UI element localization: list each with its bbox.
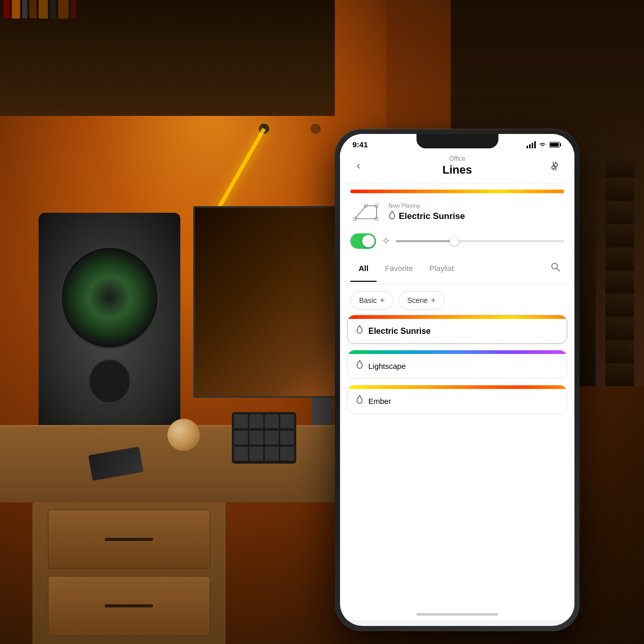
book (12, 0, 20, 19)
signal-bar-3 (532, 143, 533, 148)
controls-row (340, 229, 574, 253)
now-playing-name: Electric Sunrise (388, 211, 564, 222)
back-button[interactable]: ‹ (350, 158, 367, 174)
scene-color-bar-electric-sunrise (348, 315, 567, 319)
svg-line-11 (213, 129, 264, 219)
basic-label: Basic (359, 296, 377, 304)
scene-card-electric-sunrise[interactable]: Electric Sunrise (347, 315, 567, 344)
header-title: Lines (443, 163, 472, 177)
sun-small-icon (382, 237, 389, 244)
brightness-fill (396, 240, 454, 242)
scene-button[interactable]: Scene + (399, 291, 445, 310)
now-playing-scene-name: Electric Sunrise (399, 211, 465, 222)
tab-all[interactable]: All (350, 260, 377, 277)
phone-notch (416, 134, 498, 148)
app-content: ‹ Office Lines (340, 151, 574, 620)
droplet-icon-lightscape (356, 360, 363, 372)
scene-category-row: Basic + Scene + (340, 284, 574, 315)
brightness-thumb (450, 236, 459, 246)
phone-screen: 9:41 (340, 134, 574, 626)
book (22, 0, 27, 19)
home-indicator (340, 608, 574, 620)
device-btn (280, 431, 294, 445)
speaker-tweeter (88, 359, 131, 404)
shelf-books (4, 3, 171, 19)
signal-icon (527, 141, 536, 148)
device-btn (265, 431, 279, 445)
scene-card-content-lightscape: Lightscape (348, 354, 567, 378)
brightness-low-icon (382, 237, 389, 246)
svg-line-25 (355, 206, 366, 219)
scene-list: Electric Sunrise Lightscape (340, 315, 574, 608)
book (58, 0, 69, 19)
power-toggle[interactable] (350, 233, 376, 249)
device-btn (249, 414, 263, 428)
droplet-icon-electric-sunrise (356, 325, 363, 337)
scene-color-bar-lightscape (348, 350, 567, 354)
wifi-icon (538, 142, 547, 148)
scene-card-lightscape[interactable]: Lightscape (347, 350, 567, 379)
svg-point-19 (554, 163, 557, 166)
book (39, 0, 48, 19)
droplet-icon-ember (356, 395, 363, 407)
now-playing-section: Now Playing Electric Sunrise (340, 193, 574, 229)
phone-outer-shell: 9:41 (335, 129, 580, 631)
scene-plus-icon: + (431, 296, 435, 305)
settings-button[interactable] (548, 158, 564, 174)
book (29, 0, 37, 19)
device-btn (234, 414, 248, 428)
device-btn (265, 447, 279, 461)
basic-plus-icon: + (380, 296, 384, 305)
now-playing-info: Now Playing Electric Sunrise (388, 202, 564, 222)
scene-card-content-ember: Ember (348, 389, 567, 413)
header-title-group: Office Lines (443, 155, 472, 177)
basic-button[interactable]: Basic + (350, 291, 394, 310)
device-shape-icon (350, 199, 381, 225)
book (71, 0, 76, 19)
device-btn (280, 414, 294, 428)
device-btn (280, 447, 294, 461)
scene-name-electric-sunrise: Electric Sunrise (368, 327, 431, 336)
device-btn (249, 447, 263, 461)
droplet-icon (388, 211, 396, 222)
drawer-top (48, 510, 210, 569)
book (4, 0, 10, 19)
app-header: ‹ Office Lines (340, 151, 574, 183)
svg-point-29 (384, 239, 387, 242)
svg-point-20 (552, 166, 555, 169)
tab-favorite[interactable]: Favorite (377, 260, 421, 277)
device-btn (234, 447, 248, 461)
scene-name-ember: Ember (368, 397, 391, 405)
device-btn (265, 414, 279, 428)
tab-bar: All Favorite Playlist (340, 253, 574, 284)
tab-playlist[interactable]: Playlist (421, 260, 462, 277)
drawer-handle (105, 538, 153, 541)
decorative-sphere (167, 419, 200, 451)
drawer-handle (105, 604, 153, 607)
back-chevron-icon: ‹ (357, 159, 360, 173)
sliders-icon (550, 160, 562, 172)
book (50, 0, 56, 19)
scene-card-ember[interactable]: Ember (347, 385, 567, 414)
signal-bar-2 (529, 144, 531, 148)
svg-line-35 (557, 268, 560, 271)
scene-label: Scene (408, 296, 428, 304)
toggle-knob (362, 235, 375, 247)
battery-icon (549, 142, 562, 148)
speaker-cone (60, 246, 159, 349)
now-playing-label: Now Playing (388, 202, 564, 209)
status-time: 9:41 (352, 140, 368, 149)
device-btn (234, 431, 248, 445)
signal-bar-1 (527, 146, 528, 148)
brightness-slider[interactable] (396, 240, 564, 242)
device-btn (249, 431, 263, 445)
svg-rect-16 (550, 143, 559, 146)
signal-bar-4 (534, 141, 536, 148)
droplet-icon-svg (388, 211, 396, 220)
phone: 9:41 (335, 129, 580, 631)
elgato-device (232, 412, 296, 464)
search-button[interactable] (547, 258, 564, 278)
scene-color-preview-bar (350, 190, 564, 193)
status-icons (527, 141, 562, 148)
scene-card-content: Electric Sunrise (348, 319, 567, 343)
